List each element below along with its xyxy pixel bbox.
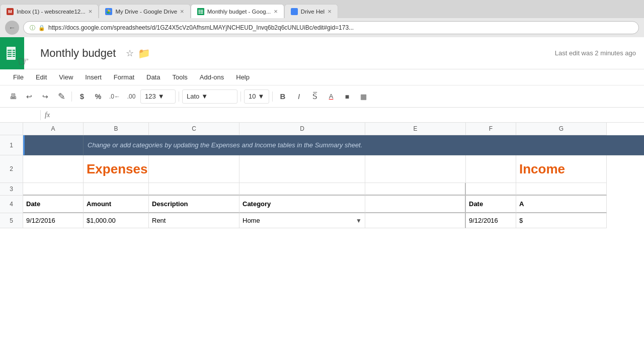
lock-icon: ⓘ bbox=[30, 24, 35, 32]
cell-f4-income-date[interactable]: Date bbox=[466, 196, 516, 213]
redo-button[interactable]: ↪ bbox=[38, 89, 52, 104]
paint-format-button[interactable]: ✎ bbox=[54, 89, 68, 104]
menu-format[interactable]: Format bbox=[109, 71, 139, 83]
cell-a4-date[interactable]: Date bbox=[23, 196, 84, 213]
dropdown-arrow-category[interactable]: ▼ bbox=[356, 217, 362, 224]
cell-a3[interactable] bbox=[23, 183, 84, 196]
borders-button[interactable]: ▦ bbox=[356, 89, 370, 104]
col-header-f[interactable]: F bbox=[466, 123, 516, 135]
cell-d2[interactable] bbox=[239, 155, 365, 183]
size-dropdown-label: 10 bbox=[249, 93, 256, 100]
menu-tools[interactable]: Tools bbox=[167, 71, 192, 83]
income-label: Income bbox=[519, 161, 565, 177]
menu-addons[interactable]: Add-ons bbox=[195, 71, 229, 83]
italic-button[interactable]: I bbox=[292, 89, 306, 104]
cell-b3[interactable] bbox=[84, 183, 149, 196]
percent-button[interactable]: % bbox=[91, 89, 105, 104]
menu-help[interactable]: Help bbox=[231, 71, 255, 83]
cell-e2[interactable] bbox=[365, 155, 466, 183]
back-button[interactable]: ← bbox=[5, 21, 19, 35]
cell-e3[interactable] bbox=[365, 183, 466, 196]
row-header-5[interactable]: 5 bbox=[0, 213, 23, 228]
row1-amount: $1,000.00 bbox=[87, 217, 116, 224]
strikethrough-button[interactable]: S̅ bbox=[308, 89, 322, 104]
cell-a1[interactable] bbox=[23, 135, 84, 155]
size-dropdown[interactable]: 10 ▼ bbox=[244, 89, 269, 104]
bold-button[interactable]: B bbox=[276, 89, 290, 104]
cell-b5-amount[interactable]: $1,000.00 bbox=[84, 213, 149, 228]
svg-rect-12 bbox=[8, 54, 12, 55]
cell-d5-category[interactable]: Home ▼ bbox=[239, 213, 365, 228]
tab-sheets[interactable]: Monthly budget - Goog... × bbox=[191, 4, 284, 18]
col-header-b[interactable]: B bbox=[84, 123, 149, 135]
cell-d3[interactable] bbox=[239, 183, 365, 196]
tab-gmail[interactable]: M Inbox (1) - webscreate12... × bbox=[0, 4, 99, 18]
last-edit-text: Last edit was 2 minutes ago bbox=[555, 49, 636, 57]
menu-view[interactable]: View bbox=[54, 71, 78, 83]
col-header-c[interactable]: C bbox=[149, 123, 239, 135]
row-header-2[interactable]: 2 bbox=[0, 155, 23, 183]
cell-c5-description[interactable]: Rent bbox=[149, 213, 239, 228]
cell-g2-income[interactable]: Income bbox=[516, 155, 607, 183]
cell-f3[interactable] bbox=[466, 183, 516, 196]
row-header-4[interactable]: 4 bbox=[0, 196, 23, 213]
folder-icon[interactable]: 📁 bbox=[138, 47, 150, 59]
col-header-e[interactable]: E bbox=[365, 123, 466, 135]
tab-drive-close[interactable]: × bbox=[180, 8, 184, 15]
cell-f5-income-date[interactable]: 9/12/2016 bbox=[466, 213, 516, 228]
tab-drive-help-close[interactable]: × bbox=[328, 8, 332, 15]
menu-file[interactable]: File bbox=[8, 71, 29, 83]
svg-rect-1 bbox=[198, 10, 200, 11]
svg-rect-14 bbox=[8, 56, 12, 57]
format-dropdown[interactable]: 123 ▼ bbox=[140, 89, 176, 104]
cell-c3[interactable] bbox=[149, 183, 239, 196]
col-header-a[interactable]: A bbox=[23, 123, 84, 135]
drive-favicon bbox=[105, 8, 112, 15]
col-header-d[interactable]: D bbox=[239, 123, 365, 135]
highlight-color-button[interactable]: ■ bbox=[340, 89, 354, 104]
cell-d4-category[interactable]: Category bbox=[239, 196, 365, 213]
undo-button[interactable]: ↩ bbox=[22, 89, 36, 104]
col-header-g[interactable]: G bbox=[516, 123, 607, 135]
tab-gmail-close[interactable]: × bbox=[89, 8, 93, 15]
cell-b2-expenses[interactable]: Expenses bbox=[84, 155, 149, 183]
cell-e5[interactable] bbox=[365, 213, 466, 228]
svg-rect-9 bbox=[13, 50, 15, 51]
info-message: Change or add categories by updating the… bbox=[88, 141, 362, 149]
cell-c4-description[interactable]: Description bbox=[149, 196, 239, 213]
star-icon[interactable]: ☆ bbox=[126, 48, 134, 59]
cell-g4-income-amount[interactable]: A bbox=[516, 196, 607, 213]
text-color-button[interactable]: A bbox=[324, 89, 338, 104]
print-button[interactable]: 🖶 bbox=[6, 89, 20, 104]
menu-data[interactable]: Data bbox=[141, 71, 165, 83]
decrease-decimal-button[interactable]: .0← bbox=[107, 89, 122, 104]
cell-a5-date[interactable]: 9/12/2016 bbox=[23, 213, 84, 228]
cell-a2[interactable] bbox=[23, 155, 84, 183]
tab-sheets-title: Monthly budget - Goog... bbox=[207, 9, 271, 15]
row-header-1[interactable]: 1 bbox=[0, 135, 23, 155]
cell-b4-amount[interactable]: Amount bbox=[84, 196, 149, 213]
corner-cell bbox=[0, 123, 23, 135]
tab-drive-help-title: Drive Hel bbox=[301, 9, 325, 15]
cell-f2[interactable] bbox=[466, 155, 516, 183]
tab-drive-help[interactable]: Drive Hel × bbox=[284, 4, 338, 18]
cell-c2[interactable] bbox=[149, 155, 239, 183]
cell-g5-income-amount[interactable]: $ bbox=[516, 213, 607, 228]
font-dropdown[interactable]: Lato ▼ bbox=[182, 89, 237, 104]
increase-decimal-button[interactable]: .00 bbox=[124, 89, 138, 104]
menu-insert[interactable]: Insert bbox=[80, 71, 107, 83]
formula-bar: fx bbox=[0, 108, 644, 123]
tab-sheets-close[interactable]: × bbox=[274, 8, 278, 15]
income-amount-header: A bbox=[519, 200, 524, 208]
expenses-desc-header: Description bbox=[152, 200, 188, 208]
toolbar-sep-2 bbox=[179, 92, 179, 102]
menu-edit[interactable]: Edit bbox=[31, 71, 52, 83]
app-header: ☞ Monthly budget ☆ 📁 Last edit was 2 min… bbox=[0, 37, 644, 69]
expenses-date-header: Date bbox=[26, 200, 40, 208]
tab-drive[interactable]: My Drive - Google Drive × bbox=[99, 4, 190, 18]
cell-g3[interactable] bbox=[516, 183, 607, 196]
row-header-3[interactable]: 3 bbox=[0, 183, 23, 196]
currency-button[interactable]: $ bbox=[75, 89, 89, 104]
cell-e4[interactable] bbox=[365, 196, 466, 213]
address-bar[interactable]: ⓘ 🔒 https://docs.google.com/spreadsheets… bbox=[23, 21, 639, 34]
